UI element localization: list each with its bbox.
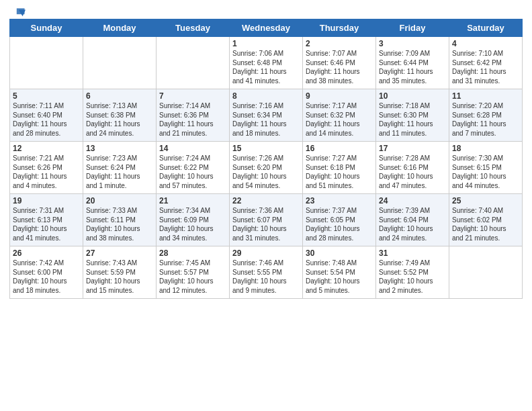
calendar-cell: 6Sunrise: 7:13 AM Sunset: 6:38 PM Daylig… [83,89,157,142]
header [9,7,523,16]
day-info: Sunrise: 7:26 AM Sunset: 6:20 PM Dayligh… [232,154,300,190]
calendar-cell: 10Sunrise: 7:18 AM Sunset: 6:30 PM Dayli… [376,89,449,142]
day-info: Sunrise: 7:39 AM Sunset: 6:04 PM Dayligh… [379,206,446,242]
calendar-cell: 18Sunrise: 7:30 AM Sunset: 6:15 PM Dayli… [449,142,523,194]
day-info: Sunrise: 7:34 AM Sunset: 6:09 PM Dayligh… [159,206,226,242]
calendar-cell [83,37,157,89]
day-info: Sunrise: 7:31 AM Sunset: 6:13 PM Dayligh… [13,206,80,242]
day-info: Sunrise: 7:42 AM Sunset: 6:00 PM Dayligh… [13,259,80,295]
day-number: 24 [379,196,446,205]
day-number: 6 [86,91,153,101]
calendar-cell: 31Sunrise: 7:49 AM Sunset: 5:52 PM Dayli… [376,246,449,299]
calendar-cell: 29Sunrise: 7:46 AM Sunset: 5:55 PM Dayli… [230,246,303,299]
day-number: 30 [306,248,373,258]
weekday-header: Friday [376,19,449,37]
day-number: 7 [159,91,226,101]
calendar-cell [157,37,230,89]
day-number: 21 [159,196,226,205]
day-number: 16 [306,144,373,153]
calendar-cell: 16Sunrise: 7:27 AM Sunset: 6:18 PM Dayli… [303,142,376,194]
calendar-cell: 23Sunrise: 7:37 AM Sunset: 6:05 PM Dayli… [303,194,376,246]
day-number: 28 [159,248,226,258]
day-number: 18 [452,144,519,153]
day-number: 12 [13,144,80,153]
day-info: Sunrise: 7:43 AM Sunset: 5:59 PM Dayligh… [86,259,153,295]
day-info: Sunrise: 7:37 AM Sunset: 6:05 PM Dayligh… [306,206,373,242]
day-info: Sunrise: 7:40 AM Sunset: 6:02 PM Dayligh… [452,206,519,242]
calendar-cell: 3Sunrise: 7:09 AM Sunset: 6:44 PM Daylig… [376,37,449,89]
day-number: 9 [306,91,373,101]
day-number: 1 [232,39,300,48]
day-number: 27 [86,248,153,258]
day-info: Sunrise: 7:21 AM Sunset: 6:26 PM Dayligh… [13,154,80,190]
day-number: 22 [232,196,300,205]
calendar-table: SundayMondayTuesdayWednesdayThursdayFrid… [9,19,523,299]
day-number: 8 [232,91,300,101]
day-number: 3 [379,39,446,48]
day-number: 15 [232,144,300,153]
day-number: 19 [13,196,80,205]
calendar-week-row: 1Sunrise: 7:06 AM Sunset: 6:48 PM Daylig… [10,37,523,89]
day-number: 26 [13,248,80,258]
day-number: 23 [306,196,373,205]
weekday-header: Sunday [10,19,83,37]
calendar-cell: 2Sunrise: 7:07 AM Sunset: 6:46 PM Daylig… [303,37,376,89]
weekday-header: Saturday [449,19,523,37]
calendar-cell: 11Sunrise: 7:20 AM Sunset: 6:28 PM Dayli… [449,89,523,142]
day-info: Sunrise: 7:07 AM Sunset: 6:46 PM Dayligh… [306,49,373,85]
weekday-header: Tuesday [157,19,230,37]
calendar-cell: 4Sunrise: 7:10 AM Sunset: 6:42 PM Daylig… [449,37,523,89]
day-info: Sunrise: 7:18 AM Sunset: 6:30 PM Dayligh… [379,101,446,138]
day-number: 5 [13,91,80,101]
day-info: Sunrise: 7:10 AM Sunset: 6:42 PM Dayligh… [452,49,519,85]
calendar-cell: 24Sunrise: 7:39 AM Sunset: 6:04 PM Dayli… [376,194,449,246]
day-info: Sunrise: 7:11 AM Sunset: 6:40 PM Dayligh… [13,101,80,138]
day-number: 17 [379,144,446,153]
day-number: 20 [86,196,153,205]
calendar-cell: 7Sunrise: 7:14 AM Sunset: 6:36 PM Daylig… [157,89,230,142]
calendar-cell: 14Sunrise: 7:24 AM Sunset: 6:22 PM Dayli… [157,142,230,194]
calendar-cell [10,37,83,89]
calendar-cell: 21Sunrise: 7:34 AM Sunset: 6:09 PM Dayli… [157,194,230,246]
calendar-cell: 25Sunrise: 7:40 AM Sunset: 6:02 PM Dayli… [449,194,523,246]
day-number: 14 [159,144,226,153]
day-info: Sunrise: 7:09 AM Sunset: 6:44 PM Dayligh… [379,49,446,85]
day-info: Sunrise: 7:27 AM Sunset: 6:18 PM Dayligh… [306,154,373,190]
day-info: Sunrise: 7:13 AM Sunset: 6:38 PM Dayligh… [86,101,153,138]
weekday-header: Thursday [303,19,376,37]
calendar-cell: 20Sunrise: 7:33 AM Sunset: 6:11 PM Dayli… [83,194,157,246]
day-info: Sunrise: 7:20 AM Sunset: 6:28 PM Dayligh… [452,101,519,138]
calendar-cell: 30Sunrise: 7:48 AM Sunset: 5:54 PM Dayli… [303,246,376,299]
weekday-header: Monday [83,19,157,37]
day-number: 10 [379,91,446,101]
calendar-cell: 1Sunrise: 7:06 AM Sunset: 6:48 PM Daylig… [230,37,303,89]
day-info: Sunrise: 7:49 AM Sunset: 5:52 PM Dayligh… [379,259,446,295]
logo [9,7,26,16]
calendar-cell [449,246,523,299]
day-number: 29 [232,248,300,258]
day-number: 25 [452,196,519,205]
calendar-cell: 13Sunrise: 7:23 AM Sunset: 6:24 PM Dayli… [83,142,157,194]
day-info: Sunrise: 7:06 AM Sunset: 6:48 PM Dayligh… [232,49,300,85]
day-info: Sunrise: 7:33 AM Sunset: 6:11 PM Dayligh… [86,206,153,242]
day-number: 2 [306,39,373,48]
day-info: Sunrise: 7:46 AM Sunset: 5:55 PM Dayligh… [232,259,300,295]
calendar-week-row: 12Sunrise: 7:21 AM Sunset: 6:26 PM Dayli… [10,142,523,194]
day-info: Sunrise: 7:36 AM Sunset: 6:07 PM Dayligh… [232,206,300,242]
calendar-header-row: SundayMondayTuesdayWednesdayThursdayFrid… [10,19,523,37]
calendar-cell: 15Sunrise: 7:26 AM Sunset: 6:20 PM Dayli… [230,142,303,194]
calendar-cell: 26Sunrise: 7:42 AM Sunset: 6:00 PM Dayli… [10,246,83,299]
calendar-cell: 5Sunrise: 7:11 AM Sunset: 6:40 PM Daylig… [10,89,83,142]
calendar-week-row: 26Sunrise: 7:42 AM Sunset: 6:00 PM Dayli… [10,246,523,299]
calendar-cell: 19Sunrise: 7:31 AM Sunset: 6:13 PM Dayli… [10,194,83,246]
calendar-cell: 8Sunrise: 7:16 AM Sunset: 6:34 PM Daylig… [230,89,303,142]
calendar-cell: 12Sunrise: 7:21 AM Sunset: 6:26 PM Dayli… [10,142,83,194]
day-info: Sunrise: 7:14 AM Sunset: 6:36 PM Dayligh… [159,101,226,138]
day-number: 4 [452,39,519,48]
calendar-cell: 9Sunrise: 7:17 AM Sunset: 6:32 PM Daylig… [303,89,376,142]
day-info: Sunrise: 7:30 AM Sunset: 6:15 PM Dayligh… [452,154,519,190]
day-info: Sunrise: 7:28 AM Sunset: 6:16 PM Dayligh… [379,154,446,190]
day-info: Sunrise: 7:17 AM Sunset: 6:32 PM Dayligh… [306,101,373,138]
calendar-cell: 28Sunrise: 7:45 AM Sunset: 5:57 PM Dayli… [157,246,230,299]
calendar-week-row: 5Sunrise: 7:11 AM Sunset: 6:40 PM Daylig… [10,89,523,142]
